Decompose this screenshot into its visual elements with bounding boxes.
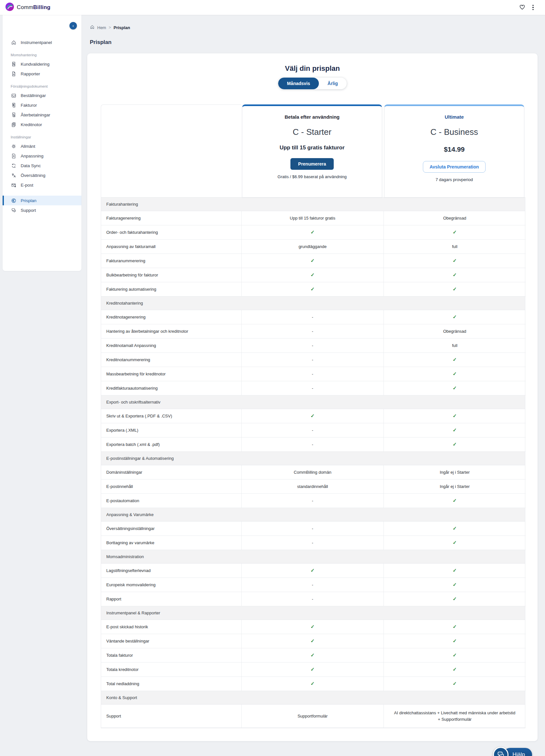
feature-name: Väntande beställningar: [101, 634, 241, 648]
subscribe-button[interactable]: Prenumerera: [290, 158, 334, 170]
breadcrumb-home[interactable]: Hem: [97, 25, 106, 30]
plan-value-cell: Upp till 15 fakturor gratis: [241, 211, 383, 225]
feature-name: Kreditnotanummerering: [101, 353, 241, 367]
sidebar-item-fakturor[interactable]: Fakturor: [3, 100, 81, 110]
sidebar-item-prisplan[interactable]: Prisplan: [3, 196, 81, 205]
plan-value-cell: ✓: [241, 254, 383, 268]
sidebar-item-label: Kundvalidering: [21, 62, 49, 67]
translate-icon: [11, 172, 16, 178]
check-icon: ✓: [453, 539, 457, 546]
plan-value-cell: ✓: [383, 634, 526, 648]
plan-value-cell: -: [241, 437, 383, 452]
check-icon: ✓: [453, 384, 457, 392]
page-title: Prisplan: [90, 39, 112, 46]
breadcrumb-separator: >: [109, 25, 111, 30]
feature-name: Anpassning av fakturamall: [101, 240, 241, 254]
credit-notes-icon: [11, 122, 16, 127]
plan-value-cell: ✓: [383, 564, 526, 578]
plan-value-cell: ✓: [383, 409, 526, 423]
brand-name: CommBilling: [17, 4, 50, 11]
table-row-anpassning-av-fakturamall: Anpassning av fakturamallgrundläggandefu…: [101, 240, 525, 254]
home-icon: [11, 39, 16, 45]
check-icon: ✓: [453, 441, 457, 448]
feature-name: Fakturering automatisering: [101, 282, 241, 297]
sidebar-item-data-sync[interactable]: Data Sync: [3, 161, 81, 170]
invoice-euro-icon: [11, 102, 16, 108]
plan-value-cell: ✓: [383, 254, 526, 268]
check-icon: ✓: [310, 637, 315, 645]
feature-name: Skriv ut & Exportera (.PDF & .CSV): [101, 409, 241, 423]
plan-tier-label: Ultimate: [444, 114, 464, 120]
sidebar-item-kundvalidering[interactable]: Kundvalidering: [3, 59, 81, 69]
table-section-anpassning-varum-rke: Anpassning & Varumärke: [101, 508, 525, 522]
cancel-subscription-button[interactable]: Avsluta Prenumeration: [423, 161, 486, 173]
feature-name: Rapport: [101, 592, 241, 606]
check-icon: ✓: [453, 623, 457, 631]
check-icon: ✓: [310, 680, 315, 687]
check-icon: ✓: [310, 229, 315, 236]
check-icon: ✓: [453, 229, 457, 236]
overflow-menu-button[interactable]: [528, 2, 539, 13]
table-row-dom-ninst-llningar: DomäninställningarCommBilling domänIngår…: [101, 465, 525, 480]
sidebar-item-instrumentpanel[interactable]: Instrumentpanel: [3, 38, 81, 47]
plan-value-cell: full: [383, 339, 526, 353]
plan-value-cell: -: [241, 423, 383, 437]
sidebar-item-rapporter[interactable]: Rapporter: [3, 69, 81, 79]
table-row-massbearbetning-f-r-kreditnotor: Massbearbetning för kreditnotor-✓: [101, 367, 525, 381]
table-row-e-postautomation: E-postautomation-✓: [101, 494, 525, 508]
table-row-borttagning-av-varum-rke: Borttagning av varumärke-✓: [101, 536, 525, 550]
receipt-percent-icon: [11, 61, 16, 67]
plan-value-cell: ✓: [383, 437, 526, 452]
feature-name: Lagstiftningsefterlevnad: [101, 564, 241, 578]
plan-caption: 7 dagars provperiod: [435, 177, 473, 182]
table-row-kreditnotagenerering: Kreditnotagenerering-✓: [101, 310, 525, 324]
plan-value-cell: Obegränsad: [383, 211, 526, 225]
gear-icon: [11, 143, 16, 149]
plan-name: C - Business: [430, 127, 478, 137]
plan-value-cell: ✓: [383, 648, 526, 663]
feature-name: Hantering av återbetalningar och kreditn…: [101, 324, 241, 339]
toggle-monthly[interactable]: Månadsvis: [278, 78, 319, 89]
table-row-e-post-skickad-historik: E-post skickad historik✓✓: [101, 620, 525, 634]
check-icon: ✓: [453, 666, 457, 673]
sidebar-item-label: E-post: [21, 183, 33, 188]
sidebar-item-label: Översättning: [21, 173, 46, 178]
table-row-hantering-av-terbetalningar-och-kreditnotor: Hantering av återbetalningar och kreditn…: [101, 324, 525, 339]
plan-value-cell: -: [241, 536, 383, 550]
sidebar-group-label: Inställningar: [11, 135, 81, 139]
sidebar-item-label: Återbetalningar: [21, 113, 50, 117]
feature-name: Massbearbetning för kreditnotor: [101, 367, 241, 381]
sidebar-collapse-button[interactable]: ‹: [70, 22, 77, 29]
plan-value-cell: -: [241, 324, 383, 339]
table-row-kreditfakturaautomatisering: Kreditfakturaautomatisering-✓: [101, 381, 525, 395]
check-icon: ✓: [453, 370, 457, 378]
check-icon: ✓: [310, 567, 315, 574]
plan-value-cell: ✓: [241, 564, 383, 578]
sidebar-item-label: Anpassning: [21, 154, 44, 158]
plan-value-cell: -: [241, 339, 383, 353]
sidebar-item-kreditnotor[interactable]: Kreditnotor: [3, 120, 81, 129]
check-icon: ✓: [453, 427, 457, 434]
plan-card-business: Ultimate C - Business $14.99 Avsluta Pre…: [384, 104, 524, 197]
sidebar-item-best-llningar[interactable]: Beställningar: [3, 91, 81, 100]
feature-name: Europeisk momsvalidering: [101, 578, 241, 592]
sidebar-item-terbetalningar[interactable]: Återbetalningar: [3, 110, 81, 120]
favorite-button[interactable]: [517, 2, 528, 13]
sidebar-item-label: Beställningar: [21, 93, 46, 98]
sidebar-item-support[interactable]: Support: [3, 205, 81, 215]
table-row-fakturagenerering: FakturagenereringUpp till 15 fakturor gr…: [101, 211, 525, 225]
plan-name: C - Starter: [293, 127, 331, 137]
sidebar-item-e-post[interactable]: E-post: [3, 180, 81, 190]
plan-caption: Gratis / $6.99 baserat på användning: [277, 174, 347, 179]
feature-name: Fakturanummerering: [101, 254, 241, 268]
help-button[interactable]: Hjälp: [493, 747, 532, 756]
sidebar-group-label: Momshantering: [11, 53, 81, 57]
sidebar-item-anpassning[interactable]: Anpassning: [3, 151, 81, 161]
table-row-skriv-ut-exportera-pdf-csv: Skriv ut & Exportera (.PDF & .CSV)✓✓: [101, 409, 525, 423]
table-section-momsadministration: Momsadministration: [101, 550, 525, 564]
toggle-yearly[interactable]: Årlig: [319, 78, 347, 89]
sidebar-item-vers-ttning[interactable]: Översättning: [3, 170, 81, 180]
check-icon: ✓: [453, 286, 457, 293]
plan-value-cell: ✓: [383, 620, 526, 634]
sidebar-item-allm-nt[interactable]: Allmänt: [3, 141, 81, 151]
